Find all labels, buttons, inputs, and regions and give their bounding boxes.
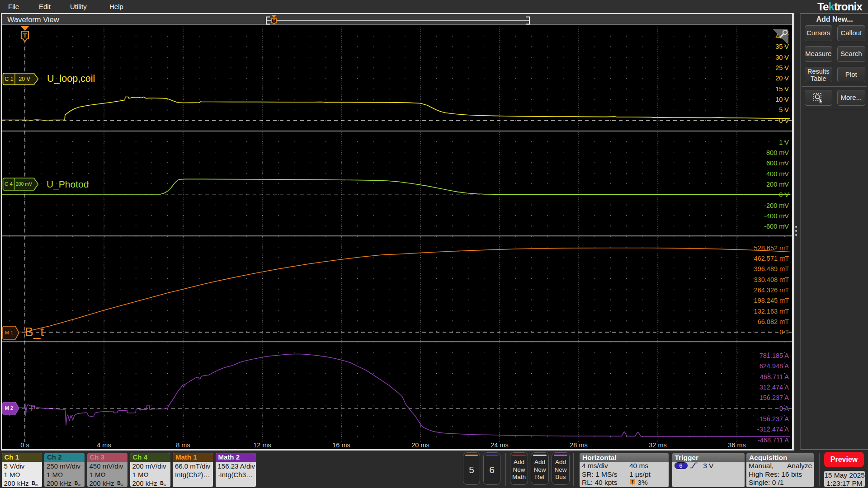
- svg-text:-312.474 A: -312.474 A: [757, 426, 789, 433]
- svg-text:C 1: C 1: [5, 76, 14, 82]
- svg-text:T: T: [23, 32, 27, 39]
- svg-text:312.474 A: 312.474 A: [760, 384, 789, 391]
- svg-text:30 V: 30 V: [775, 54, 789, 61]
- svg-text:0 s: 0 s: [20, 441, 29, 449]
- svg-text:20 V: 20 V: [775, 75, 789, 82]
- svg-text:20 ms: 20 ms: [411, 441, 429, 449]
- svg-text:25 V: 25 V: [775, 64, 789, 71]
- svg-text:198.245 mT: 198.245 mT: [754, 297, 789, 304]
- svg-text:468.711 A: 468.711 A: [760, 373, 789, 380]
- svg-text:-400 mV: -400 mV: [764, 212, 789, 220]
- svg-text:M 2: M 2: [5, 405, 13, 411]
- svg-text:U_loop,coil: U_loop,coil: [47, 73, 95, 84]
- svg-text:T: T: [631, 479, 634, 484]
- svg-text:-468.711 A: -468.711 A: [758, 436, 789, 444]
- svg-text:132.163 mT: 132.163 mT: [754, 308, 789, 315]
- svg-text:200 mV: 200 mV: [766, 181, 789, 188]
- svg-text:0 A: 0 A: [779, 405, 789, 412]
- svg-text:528.652 mT: 528.652 mT: [754, 244, 789, 252]
- svg-text:16 ms: 16 ms: [332, 441, 350, 449]
- svg-text:15 V: 15 V: [775, 85, 789, 93]
- svg-text:624.948 A: 624.948 A: [760, 362, 789, 370]
- svg-text:396.489 mT: 396.489 mT: [754, 265, 789, 272]
- svg-text:32 ms: 32 ms: [649, 441, 667, 449]
- svg-text:1 V: 1 V: [779, 139, 789, 146]
- svg-text:400 mV: 400 mV: [766, 170, 789, 178]
- svg-text:264.326 mT: 264.326 mT: [754, 286, 789, 294]
- svg-text:24 ms: 24 ms: [491, 441, 509, 449]
- svg-text:28 ms: 28 ms: [570, 441, 588, 449]
- svg-text:12 ms: 12 ms: [253, 441, 271, 449]
- svg-text:781.185 A: 781.185 A: [760, 352, 789, 359]
- svg-text:0 T: 0 T: [779, 328, 789, 336]
- svg-text:462.571 mT: 462.571 mT: [754, 255, 789, 262]
- svg-text:20 V: 20 V: [19, 76, 30, 82]
- svg-text:330.408 mT: 330.408 mT: [754, 276, 789, 283]
- svg-text:5 V: 5 V: [779, 106, 789, 113]
- svg-text:M 1: M 1: [5, 330, 13, 335]
- svg-text:8 ms: 8 ms: [176, 441, 190, 449]
- svg-text:66.082 mT: 66.082 mT: [758, 318, 789, 325]
- svg-text:T: T: [273, 19, 275, 23]
- svg-text:36 ms: 36 ms: [728, 441, 746, 449]
- svg-text:0 V: 0 V: [779, 191, 789, 198]
- svg-text:C 4: C 4: [5, 181, 13, 187]
- svg-text:-600 mV: -600 mV: [764, 223, 789, 230]
- svg-text:200 mV: 200 mV: [16, 181, 32, 187]
- svg-text:600 mV: 600 mV: [766, 160, 789, 167]
- svg-text:800 mV: 800 mV: [766, 149, 789, 156]
- svg-text:10 V: 10 V: [775, 96, 789, 103]
- svg-text:4 ms: 4 ms: [97, 441, 111, 449]
- svg-text:156.237 A: 156.237 A: [760, 394, 789, 401]
- svg-text:-156.237 A: -156.237 A: [757, 415, 789, 422]
- svg-text:B_t: B_t: [25, 325, 44, 339]
- svg-text:0 V: 0 V: [779, 117, 789, 124]
- svg-text:-200 mV: -200 mV: [764, 202, 789, 209]
- svg-text:I_p: I_p: [24, 402, 35, 412]
- svg-text:U_Photod: U_Photod: [47, 179, 89, 190]
- svg-text:35 V: 35 V: [775, 43, 789, 50]
